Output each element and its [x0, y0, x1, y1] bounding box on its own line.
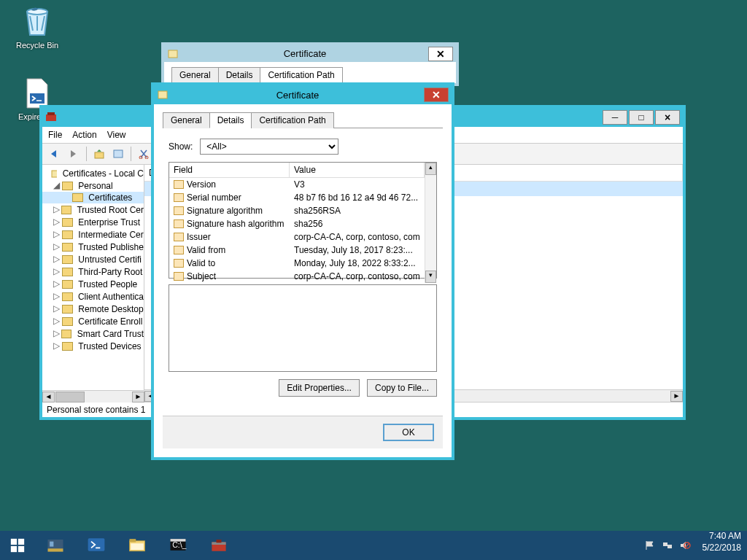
svg-rect-16: [48, 548, 63, 551]
close-button[interactable]: ✕: [428, 47, 453, 61]
recycle-bin-icon[interactable]: Recycle Bin: [10, 4, 64, 50]
tree-pane[interactable]: Certificates - Local C ◢ Personal Certif…: [42, 165, 144, 402]
field-row[interactable]: Subjectcorp-CA-CA, corp, contoso, com: [169, 270, 425, 283]
cut-button[interactable]: [136, 146, 152, 162]
cert-bg-title: Certificate: [183, 48, 427, 59]
copy-to-file-button[interactable]: Copy to File...: [367, 379, 437, 397]
field-name: Signature algorithm: [187, 206, 263, 216]
tree-node[interactable]: Client Authentica: [78, 292, 144, 302]
folder-icon: [62, 292, 73, 301]
forward-button[interactable]: [66, 146, 82, 162]
tree-node[interactable]: Third-Party Root: [78, 267, 142, 277]
tree-personal[interactable]: Personal: [78, 181, 112, 191]
detail-text-box[interactable]: [169, 284, 437, 372]
cert-dialog: Certificate ✕ General Details Certificat…: [151, 82, 454, 460]
svg-rect-29: [667, 545, 672, 548]
field-icon: [174, 206, 184, 215]
col-field[interactable]: Field: [169, 163, 290, 178]
minimize-button[interactable]: ─: [603, 110, 627, 125]
field-row[interactable]: Serial number48 b7 f6 bd 16 12 a4 9d 46 …: [169, 191, 425, 204]
tree-node[interactable]: Trusted Publishe: [78, 242, 144, 252]
tree-node[interactable]: Remote Desktop: [78, 304, 143, 314]
field-value: V3: [290, 179, 425, 190]
console-icon: [45, 112, 57, 123]
field-value: 48 b7 f6 bd 16 12 a4 9d 46 72...: [290, 192, 425, 203]
taskbar-explorer[interactable]: [117, 531, 158, 560]
svg-rect-17: [50, 542, 53, 547]
taskbar-server-manager[interactable]: [35, 531, 76, 560]
field-row[interactable]: Issuercorp-CA-CA, corp, contoso, com: [169, 230, 425, 244]
tray-network-icon[interactable]: [662, 540, 673, 551]
taskbar-toolbox[interactable]: [198, 531, 239, 560]
taskbar: C:\_ 7:40 AM 5/22/2018: [0, 531, 747, 560]
tree-h-scrollbar[interactable]: ◄►: [42, 390, 144, 402]
svg-text:C:\_: C:\_: [172, 540, 186, 549]
taskbar-powershell[interactable]: [76, 531, 117, 560]
svg-rect-8: [52, 171, 57, 177]
show-select[interactable]: <All>: [200, 139, 338, 155]
folder-icon: [62, 317, 73, 326]
tab-general[interactable]: General: [163, 112, 210, 128]
svg-rect-4: [95, 152, 104, 158]
back-button[interactable]: [47, 146, 63, 162]
tree-node[interactable]: Smart Card Trust: [77, 329, 144, 339]
tab-cert-path[interactable]: Certification Path: [251, 112, 333, 128]
tab-cert-path[interactable]: Certification Path: [260, 67, 342, 83]
taskbar-clock[interactable]: 7:40 AM 5/22/2018: [697, 531, 747, 560]
field-icon: [174, 272, 184, 281]
folder-icon: [62, 280, 73, 289]
properties-button[interactable]: [110, 146, 126, 162]
svg-rect-13: [11, 546, 17, 552]
ok-button[interactable]: OK: [383, 424, 434, 441]
tab-general[interactable]: General: [171, 67, 219, 83]
field-icon: [174, 180, 184, 189]
tree-node[interactable]: Trusted People: [78, 279, 137, 289]
expander-icon[interactable]: ▷: [53, 204, 60, 215]
field-list[interactable]: Field Value VersionV3Serial number48 b7 …: [169, 162, 437, 279]
start-button[interactable]: [0, 531, 35, 560]
tree-node[interactable]: Intermediate Cer: [78, 230, 143, 240]
field-icon: [174, 233, 184, 241]
tree-node[interactable]: Untrusted Certifi: [78, 254, 142, 265]
field-row[interactable]: Valid fromTuesday, July 18, 2017 8:23:..…: [169, 244, 425, 257]
close-button[interactable]: ✕: [424, 88, 449, 102]
field-name: Version: [187, 179, 216, 190]
edit-properties-button[interactable]: Edit Properties...: [279, 379, 360, 397]
svg-rect-5: [114, 150, 123, 158]
tree-certificates[interactable]: Certificates: [88, 192, 132, 203]
tab-details[interactable]: Details: [218, 67, 261, 83]
field-row[interactable]: Signature hash algorithmsha256: [169, 217, 425, 230]
taskbar-cmd[interactable]: C:\_: [158, 531, 198, 560]
field-name: Signature hash algorithm: [187, 219, 284, 229]
maximize-button[interactable]: □: [629, 110, 654, 125]
close-button[interactable]: ×: [655, 110, 680, 125]
tree-node[interactable]: Trusted Root Cer: [77, 205, 144, 215]
menu-action[interactable]: Action: [72, 130, 96, 140]
folder-icon: [62, 342, 73, 351]
field-row[interactable]: Valid toMonday, July 18, 2022 8:33:2...: [169, 257, 425, 270]
tree-node[interactable]: Enterprise Trust: [78, 217, 140, 228]
cert-icon: [157, 89, 169, 101]
tree-node[interactable]: Certificate Enroll: [78, 316, 142, 327]
tab-details[interactable]: Details: [209, 112, 252, 128]
svg-rect-1: [30, 93, 44, 104]
field-row[interactable]: VersionV3: [169, 178, 425, 191]
tray-flag-icon[interactable]: [644, 540, 656, 551]
field-name: Subject: [187, 271, 216, 281]
tray-volume-icon[interactable]: [679, 540, 691, 551]
svg-rect-21: [131, 543, 144, 550]
cert-root-icon: [51, 168, 57, 179]
menu-view[interactable]: View: [107, 130, 126, 140]
tree-root[interactable]: Certificates - Local C: [63, 168, 144, 179]
col-value[interactable]: Value: [290, 163, 425, 178]
tree-node[interactable]: Trusted Devices: [78, 341, 141, 351]
field-row[interactable]: Signature algorithmsha256RSA: [169, 204, 425, 217]
up-button[interactable]: [91, 146, 107, 162]
expander-icon[interactable]: ◢: [53, 180, 61, 191]
clock-date: 5/22/2018: [703, 542, 741, 554]
folder-icon: [62, 255, 73, 264]
menu-file[interactable]: File: [48, 130, 62, 140]
folder-icon: [61, 206, 71, 214]
folder-icon: [61, 330, 71, 338]
v-scrollbar[interactable]: ▴ ▾: [425, 163, 436, 283]
